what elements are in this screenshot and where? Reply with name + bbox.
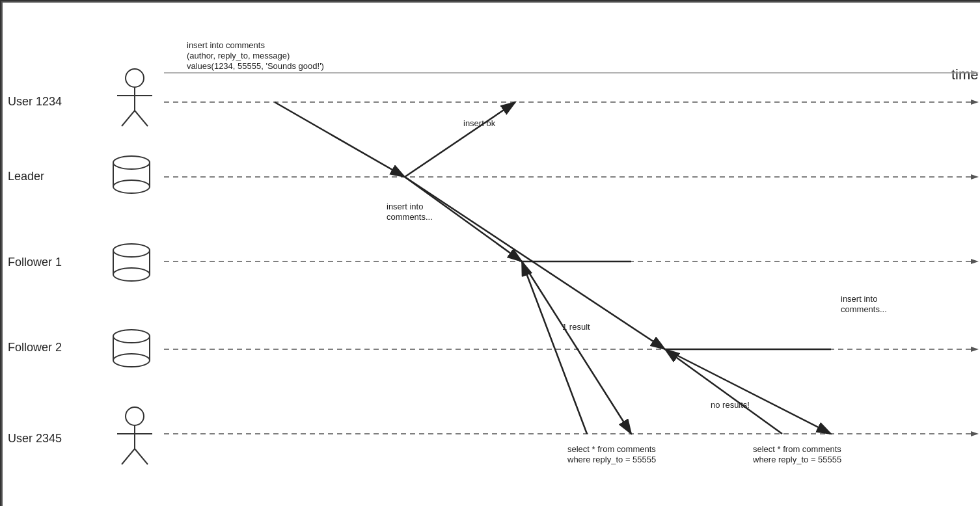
leader-label: Leader bbox=[8, 170, 44, 183]
ann-insert-comments: insert into bbox=[841, 294, 877, 304]
follower1-label: Follower 1 bbox=[8, 256, 62, 269]
svg-point-14 bbox=[113, 180, 150, 193]
svg-text:where reply_to = 55555: where reply_to = 55555 bbox=[567, 455, 656, 464]
1result-label: 1 result bbox=[562, 322, 590, 332]
svg-rect-1 bbox=[2, 2, 980, 506]
query1-label: select * from comments bbox=[567, 444, 656, 454]
svg-point-26 bbox=[113, 354, 150, 367]
svg-point-20 bbox=[113, 268, 150, 281]
svg-text:values(1234, 55555, 'Sounds go: values(1234, 55555, 'Sounds good!') bbox=[187, 61, 324, 71]
msg1-label: insert into comments bbox=[187, 40, 265, 50]
svg-text:(author, reply_to, message): (author, reply_to, message) bbox=[187, 51, 290, 60]
svg-text:comments...: comments... bbox=[841, 304, 887, 314]
diagram: time User 1234 Leader Follower 1 bbox=[0, 0, 980, 506]
svg-text:comments...: comments... bbox=[387, 212, 433, 222]
noresults-label: no results! bbox=[711, 400, 750, 410]
msg3-label: insert into bbox=[387, 202, 423, 211]
msg2-label: insert ok bbox=[463, 118, 496, 128]
svg-text:where reply_to = 55555: where reply_to = 55555 bbox=[752, 455, 841, 464]
follower2-label: Follower 2 bbox=[8, 341, 62, 354]
user2345-label: User 2345 bbox=[8, 432, 62, 445]
time-label: time bbox=[951, 66, 979, 83]
user1234-label: User 1234 bbox=[8, 95, 62, 108]
query2-label: select * from comments bbox=[753, 444, 841, 454]
